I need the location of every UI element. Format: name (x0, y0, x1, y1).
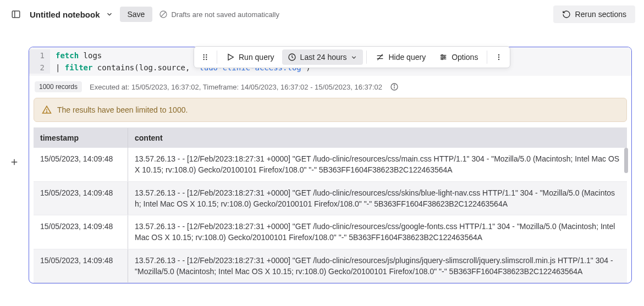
more-vertical-icon (495, 53, 503, 62)
hide-icon (376, 53, 384, 62)
drag-handle[interactable] (197, 49, 213, 65)
options-label: Options (452, 53, 478, 62)
chevron-down-icon (106, 10, 113, 18)
drafts-note-text: Drafts are not saved automatically (171, 10, 279, 19)
table-row[interactable]: 15/05/2023, 14:09:4813.57.26.13 - - [12/… (34, 249, 627, 283)
svg-point-19 (444, 57, 445, 58)
svg-point-23 (498, 59, 499, 60)
warning-text: The results have been limited to 1000. (57, 105, 188, 114)
record-count-chip: 1000 records (35, 81, 82, 92)
query-panel: 1 fetch logs 2 | filter contains(log.sou… (29, 47, 632, 283)
cell-timestamp: 15/05/2023, 14:09:48 (34, 249, 128, 283)
svg-point-9 (206, 54, 207, 55)
line-number: 1 (29, 49, 50, 62)
table-header: timestamp content (34, 128, 627, 148)
save-button[interactable]: Save (120, 7, 153, 22)
svg-point-8 (203, 59, 205, 60)
drag-handle-icon (201, 53, 209, 62)
cell-content: 13.57.26.13 - - [12/Feb/2023:18:27:31 +0… (128, 148, 627, 181)
svg-point-18 (442, 54, 443, 56)
line-number: 2 (29, 62, 50, 74)
svg-marker-12 (228, 54, 233, 60)
cell-content: 13.57.26.13 - - [12/Feb/2023:18:27:31 +0… (128, 249, 627, 283)
cell-timestamp: 15/05/2023, 14:09:48 (34, 148, 128, 181)
svg-line-3 (161, 12, 166, 16)
kw-filter: filter (65, 63, 93, 72)
add-section-button[interactable] (7, 40, 21, 283)
autosave-off-icon (159, 10, 168, 19)
svg-point-28 (46, 112, 47, 112)
section-toolbar: Run query Last 24 hours Hide query Optio… (194, 46, 510, 68)
cell-timestamp: 15/05/2023, 14:09:48 (34, 215, 128, 249)
svg-point-7 (203, 57, 205, 58)
timeframe-dropdown[interactable]: Last 24 hours (282, 49, 364, 65)
hide-query-label: Hide query (388, 53, 426, 62)
column-header-content[interactable]: content (128, 128, 627, 148)
more-button[interactable] (491, 49, 507, 65)
svg-line-14 (378, 54, 383, 60)
plus-icon (9, 157, 19, 167)
svg-point-26 (394, 85, 394, 85)
hide-query-button[interactable]: Hide query (370, 49, 431, 65)
column-header-timestamp[interactable]: timestamp (34, 128, 128, 148)
chevron-down-icon (350, 54, 357, 61)
play-icon (226, 53, 235, 62)
svg-point-11 (206, 59, 207, 60)
warning-icon (42, 105, 52, 115)
run-query-button[interactable]: Run query (221, 49, 280, 65)
svg-rect-0 (12, 11, 20, 18)
sidebar-toggle-icon[interactable] (9, 7, 23, 21)
table-row[interactable]: 15/05/2023, 14:09:4813.57.26.13 - - [12/… (34, 182, 627, 216)
cell-timestamp: 15/05/2023, 14:09:48 (34, 182, 128, 215)
cell-content: 13.57.26.13 - - [12/Feb/2023:18:27:31 +0… (128, 215, 627, 249)
rerun-label: Rerun sections (575, 10, 626, 19)
info-icon[interactable] (390, 82, 399, 91)
cell-content: 13.57.26.13 - - [12/Feb/2023:18:27:31 +0… (128, 182, 627, 215)
notebook-title-dropdown[interactable]: Untitled notebook (30, 10, 113, 19)
refresh-icon (562, 10, 571, 19)
scrollbar[interactable] (624, 148, 628, 173)
clock-icon (288, 53, 296, 62)
run-query-label: Run query (239, 53, 274, 62)
svg-point-10 (206, 57, 207, 58)
table-row[interactable]: 15/05/2023, 14:09:4813.57.26.13 - - [12/… (34, 148, 627, 182)
svg-point-20 (442, 58, 443, 60)
svg-point-21 (498, 54, 499, 55)
warning-banner: The results have been limited to 1000. (34, 98, 627, 122)
kw-fetch: fetch (56, 51, 79, 60)
svg-point-6 (203, 54, 205, 55)
drafts-note: Drafts are not saved automatically (159, 10, 279, 19)
rerun-button[interactable]: Rerun sections (553, 5, 635, 23)
options-icon (439, 53, 448, 62)
options-button[interactable]: Options (433, 49, 483, 65)
timeframe-label: Last 24 hours (300, 53, 347, 62)
execution-meta: Executed at: 15/05/2023, 16:37:02, Timef… (90, 83, 382, 91)
results-table: timestamp content 15/05/2023, 14:09:4813… (34, 127, 627, 283)
table-row[interactable]: 15/05/2023, 14:09:4813.57.26.13 - - [12/… (34, 215, 627, 249)
svg-point-22 (498, 57, 499, 58)
notebook-title: Untitled notebook (30, 10, 100, 19)
